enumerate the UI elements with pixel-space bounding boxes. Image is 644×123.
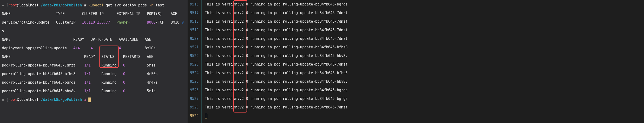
prompt-host: localhost: [19, 3, 38, 7]
line-number: 9527: [188, 94, 198, 103]
pod-name: pod/rolling-update-bb84fb645-bgrgs: [2, 80, 84, 85]
pod-row: pod/rolling-update-bb84fb645-hbv8v 1/1 R…: [2, 87, 186, 95]
deploy-header: NAME READY UP-TO-DATE AVAILABLE AGE: [2, 35, 186, 44]
log-line: This is version:v2.0 running in pod roll…: [205, 34, 644, 43]
wrap-arrow-icon: ↲: [182, 20, 184, 25]
pod-status: Running: [101, 89, 116, 93]
log-line: This is version:v2.0 running in pod roll…: [205, 103, 644, 112]
pod-row: pod/rolling-update-bb84fb645-7dmzt 1/1 R…: [2, 61, 186, 70]
line-number: 9524: [188, 69, 198, 77]
pod-name: pod/rolling-update-bb84fb645-bfhs8: [2, 72, 84, 76]
line-number: 9518: [188, 17, 198, 26]
log-line: This is version:v2.0 running in pod roll…: [205, 94, 644, 103]
line-number: 9520: [188, 34, 198, 43]
line-number: 9519: [188, 26, 198, 34]
pod-age: 5m1s: [147, 89, 156, 93]
log-line: This is version:v2.0 running in pod roll…: [205, 8, 644, 17]
shell-prompt-idle[interactable]: ▪ [root@localhost /data/k8s/goPublish]#: [2, 95, 186, 104]
svc-row: service/rolling-update ClusterIP 10.110.…: [2, 18, 186, 27]
pod-age: 5m1s: [147, 63, 156, 67]
prompt-at: @: [17, 3, 19, 7]
line-number: 9525: [188, 77, 198, 86]
cmd-args: get svc,deploy,pods: [106, 3, 147, 7]
cmd-flag: -n: [149, 3, 153, 7]
line-number: 9523: [188, 60, 198, 69]
pod-ready: 1/1: [84, 80, 90, 85]
prompt-path: /data/k8s/goPublish: [41, 3, 82, 7]
log-cursor: [205, 114, 207, 119]
shell-prompt-line: ▪ [root@localhost /data/k8s/goPublish]# …: [2, 1, 186, 9]
log-line: This is version:v2.0 running in pod roll…: [205, 77, 644, 86]
pod-status: Running: [101, 63, 116, 67]
line-number: 9528: [188, 103, 198, 112]
deploy-row: deployment.apps/rolling-update 4/4 4 4 8…: [2, 44, 186, 53]
line-number: 9526: [188, 86, 198, 94]
log-line: This is version:v2.0 running in pod roll…: [205, 26, 644, 34]
prompt-user: root: [8, 3, 17, 7]
log-line: This is version:v2.0 running in pod roll…: [205, 69, 644, 77]
deploy-uptodate: 4: [90, 46, 93, 50]
pod-ready: 1/1: [84, 63, 90, 67]
line-number: 9521: [188, 43, 198, 52]
cmd-bin: kubectl: [88, 3, 104, 7]
log-line: This is version:v2.0 running in pod roll…: [205, 60, 644, 69]
log-line: This is version:v2.0 running in pod roll…: [205, 86, 644, 94]
pod-age: 4m47s: [147, 80, 158, 85]
line-number: 9522: [188, 52, 198, 60]
log-line-empty: [205, 112, 644, 120]
log-line: This is version:v2.0 running in pod roll…: [205, 17, 644, 26]
pod-restarts: 0: [123, 72, 125, 76]
deploy-ready: 4/4: [73, 46, 80, 50]
prompt-user: root: [8, 98, 17, 102]
svc-header: NAME TYPE CLUSTER-IP EXTERNAL-IP PORT(S)…: [2, 9, 186, 18]
line-number: 9516: [188, 0, 198, 8]
terminal-right[interactable]: 9516951795189519952095219522952395249525…: [188, 0, 644, 123]
prompt-hash: ]#: [82, 98, 86, 102]
cmd-ns: test: [156, 3, 164, 7]
log-line: This is version:v2.0 running in pod roll…: [205, 52, 644, 60]
deploy-available: 4: [119, 46, 121, 50]
pod-ready: 1/1: [84, 89, 90, 93]
line-number-gutter: 9516951795189519952095219522952395249525…: [188, 0, 202, 123]
line-number: 9517: [188, 8, 198, 17]
log-output: This is version:v2.0 running in pod roll…: [202, 0, 644, 123]
pod-restarts: 0: [123, 89, 125, 93]
pod-restarts: 0: [123, 63, 125, 67]
prompt-host: localhost: [19, 98, 38, 102]
svc-row-wrap: s: [2, 27, 186, 35]
bullet: ▪: [2, 3, 6, 7]
svc-external-ip: <none>: [117, 20, 130, 25]
svc-port: 8080: [147, 20, 156, 25]
line-number: 9529: [188, 112, 198, 120]
terminal-left[interactable]: ▪ [root@localhost /data/k8s/goPublish]# …: [0, 0, 188, 123]
pod-status: Running: [101, 72, 116, 76]
pod-name: pod/rolling-update-bb84fb645-7dmzt: [2, 63, 84, 67]
pod-ready: 1/1: [84, 72, 90, 76]
pod-restarts: 0: [123, 80, 125, 85]
log-line: This is version:v2.0 running in pod roll…: [205, 43, 644, 52]
prompt-path: /data/k8s/goPublish: [41, 98, 82, 102]
pod-row: pod/rolling-update-bb84fb645-bfhs8 1/1 R…: [2, 70, 186, 78]
pod-name: pod/rolling-update-bb84fb645-hbv8v: [2, 89, 84, 93]
prompt-hash: ]#: [82, 3, 86, 7]
pod-age: 4m50s: [147, 72, 158, 76]
pods-header: NAME READY STATUS RESTARTS AGE: [2, 53, 186, 61]
log-line: This is version:v2.0 running in pod roll…: [205, 0, 644, 8]
svc-cluster-ip: 10.110.255.77: [82, 20, 110, 25]
pod-row: pod/rolling-update-bb84fb645-bgrgs 1/1 R…: [2, 78, 186, 87]
terminal-cursor: [88, 98, 91, 102]
pod-status: Running: [101, 80, 116, 85]
